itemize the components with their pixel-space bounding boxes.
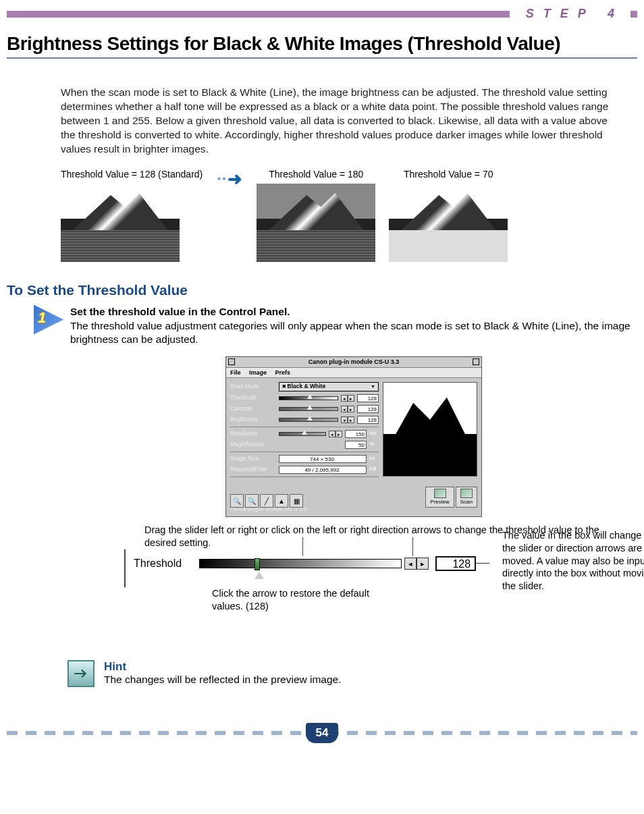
eyedropper-icon[interactable]: ╱ (260, 494, 273, 508)
threshold-examples: Threshold Value = 128 (Standard) ••➜ Thr… (61, 169, 637, 262)
hint-block: Hint The changes will be reflected in th… (68, 660, 637, 687)
value-box-annotation: The value in the box will change as the … (502, 529, 644, 593)
threshold-value[interactable]: 128 (357, 394, 379, 402)
image-size-value: 744 × 530 (279, 455, 367, 463)
header-rule-left (7, 11, 510, 18)
hint-icon (68, 660, 95, 687)
resolution-unit: dpi (369, 430, 379, 437)
resolution-slider[interactable] (279, 432, 326, 436)
page-number: 54 (306, 723, 338, 743)
window-titlebar: Canon plug-in module CS-U 3.3 (226, 357, 481, 367)
magnification-unit: % (369, 441, 379, 448)
image-size-label: Image Size (230, 455, 276, 462)
example-180: Threshold Value = 180 (257, 169, 375, 262)
zoom-icon[interactable] (473, 358, 479, 365)
rotate-icon[interactable]: ▲ (275, 494, 288, 508)
hint-title: Hint (104, 660, 342, 674)
threshold-figure-increment[interactable]: ▸ (417, 558, 429, 570)
page-footer: 54 (7, 721, 637, 745)
example-thumbnail (61, 184, 180, 262)
magnification-row: Magnification 50 % (230, 441, 379, 449)
required-free-label: Required/Free (230, 466, 276, 473)
preview-icon (434, 489, 446, 498)
scan-button[interactable]: Scan (456, 487, 477, 508)
threshold-figure-decrement[interactable]: ◂ (404, 558, 417, 570)
step-number-badge: 1 (34, 305, 63, 335)
resolution-decrement[interactable]: ◂ (329, 431, 336, 437)
threshold-figure-slider[interactable] (199, 559, 402, 568)
resolution-increment[interactable]: ▸ (336, 431, 342, 437)
zoom-in-icon[interactable]: 🔍 (230, 494, 244, 508)
brightness-label: Brightness (230, 416, 276, 423)
scan-mode-label: Scan Mode (230, 383, 276, 390)
scan-mode-dropdown[interactable]: ■ Black & White ▼ (279, 382, 379, 391)
reset-arrow-icon[interactable] (254, 572, 264, 579)
required-free-unit: KB (369, 466, 379, 473)
threshold-decrement[interactable]: ◂ (341, 395, 348, 402)
threshold-row: Threshold ◂ ▸ 128 (230, 394, 379, 402)
contrast-increment[interactable]: ▸ (348, 406, 354, 412)
resolution-value[interactable]: 150 (345, 430, 367, 438)
contrast-row: Contrast ◂ ▸ 128 (230, 405, 379, 413)
resolution-row: Resolution ◂ ▸ 150 dpi (230, 430, 379, 438)
step-body-text: The threshold value adjustment categorie… (70, 320, 630, 346)
control-panel-figure: Canon plug-in module CS-U 3.3 File Image… (225, 356, 482, 517)
intro-paragraph: When the scan mode is set to Black & Whi… (61, 86, 610, 157)
step-number: 1 (38, 309, 46, 327)
example-thumbnail (389, 184, 508, 262)
contrast-slider[interactable] (279, 407, 338, 411)
window-title: Canon plug-in module CS-U 3.3 (308, 358, 400, 365)
hint-text: The changes will be reflected in the pre… (104, 674, 342, 686)
scan-mode-row: Scan Mode ■ Black & White ▼ (230, 382, 379, 391)
title-underline (7, 57, 637, 59)
menu-bar: File Image Prefs (226, 368, 481, 378)
brightness-value[interactable]: 128 (357, 416, 379, 424)
threshold-figure-label: Threshold (124, 556, 199, 571)
scan-icon (460, 489, 473, 498)
resolution-label: Resolution (230, 430, 276, 437)
brightness-slider[interactable] (279, 418, 338, 422)
chevron-down-icon: ▼ (371, 383, 375, 389)
step-bold-text: Set the threshold value in the Control P… (70, 306, 290, 317)
menu-prefs[interactable]: Prefs (275, 369, 291, 376)
magnification-value[interactable]: 50 (345, 441, 367, 449)
header-rule-right (630, 11, 637, 18)
threshold-slider[interactable] (279, 396, 338, 400)
brightness-decrement[interactable]: ◂ (341, 416, 348, 423)
magnification-label: Magnification (230, 441, 276, 448)
contrast-decrement[interactable]: ◂ (341, 406, 348, 412)
header-bar: STEP 4 (7, 7, 637, 21)
preview-button[interactable]: Preview (425, 487, 454, 508)
example-70: Threshold Value = 70 (389, 169, 508, 262)
image-size-row: Image Size 744 × 530 px (230, 455, 379, 463)
slider-handle[interactable] (254, 558, 260, 570)
arrow-icon: ••➜ (216, 169, 243, 190)
required-free-value: 49 / 2,095,992 (279, 466, 367, 474)
threshold-figure-value[interactable]: 128 (435, 556, 476, 571)
menu-file[interactable]: File (230, 369, 241, 376)
image-icon[interactable]: ▦ (290, 494, 303, 508)
scan-mode-value: ■ Black & White (282, 383, 325, 390)
example-caption: Threshold Value = 128 (Standard) (61, 169, 203, 180)
close-icon[interactable] (228, 358, 235, 365)
section-heading: To Set the Threshold Value (7, 282, 637, 298)
example-caption: Threshold Value = 180 (257, 169, 375, 180)
contrast-value[interactable]: 128 (357, 405, 379, 413)
menu-image[interactable]: Image (249, 369, 267, 376)
required-free-row: Required/Free 49 / 2,095,992 KB (230, 466, 379, 474)
step-1: 1 Set the threshold value in the Control… (34, 305, 637, 640)
control-panel-window: Canon plug-in module CS-U 3.3 File Image… (225, 356, 482, 517)
threshold-increment[interactable]: ▸ (348, 395, 354, 402)
controls-column: Scan Mode ■ Black & White ▼ Threshold ◂ (230, 382, 379, 480)
example-caption: Threshold Value = 70 (389, 169, 508, 180)
page-title: Brightness Settings for Black & White Im… (7, 33, 637, 55)
panel-status: Canon plug-in module CS-U 3.3 (226, 506, 481, 516)
zoom-out-icon[interactable]: 🔍 (245, 494, 259, 508)
brightness-increment[interactable]: ▸ (348, 416, 354, 423)
reset-arrow-annotation: Click the arrow to restore the default v… (212, 587, 387, 613)
contrast-label: Contrast (230, 405, 276, 412)
step-label: STEP 4 (510, 7, 630, 21)
example-standard: Threshold Value = 128 (Standard) (61, 169, 203, 262)
example-thumbnail (257, 184, 375, 262)
threshold-slider-figure: Threshold ◂ ▸ 128 The value in the box w… (124, 556, 637, 571)
